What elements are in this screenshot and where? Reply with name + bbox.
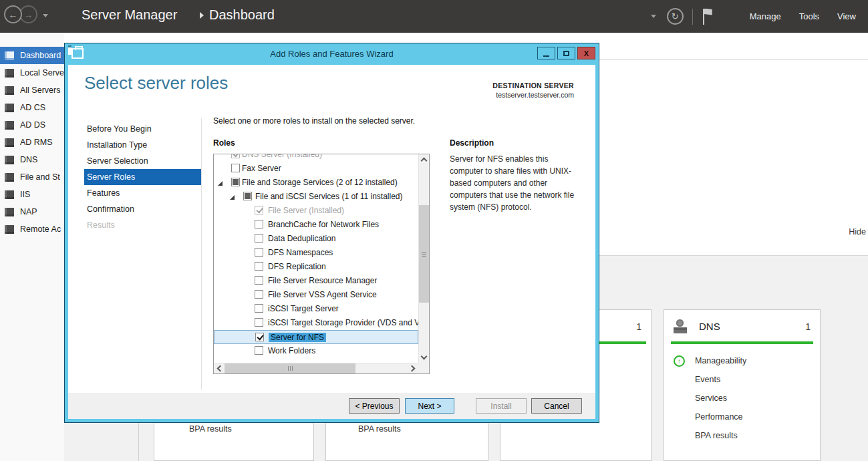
wizard-step-confirmation[interactable]: Confirmation	[84, 201, 202, 217]
role-checkbox[interactable]	[255, 234, 263, 243]
sidebar-item-icon	[5, 51, 14, 60]
breadcrumb-page[interactable]: Dashboard	[209, 7, 275, 23]
sidebar-item-remote-ac[interactable]: Remote Ac	[0, 220, 64, 238]
sidebar-item-label: DNS	[20, 155, 37, 164]
sidebar-item-dashboard[interactable]: Dashboard	[0, 47, 64, 64]
role-row-iscsi-target-server[interactable]: iSCSI Target Server	[214, 302, 418, 316]
role-row-file-and-iscsi-services-1-of-11-installe[interactable]: File and iSCSI Services (1 of 11 install…	[214, 190, 418, 204]
install-button[interactable]: Install	[476, 398, 527, 414]
role-row-file-server-installed-[interactable]: File Server (Installed)	[214, 204, 418, 218]
sidebar-item-nap[interactable]: NAP	[0, 203, 64, 220]
role-row-fax-server[interactable]: Fax Server	[214, 162, 418, 176]
sidebar-item-local-serve[interactable]: Local Serve	[0, 64, 64, 82]
sidebar-item-file-and-st[interactable]: File and St	[0, 168, 64, 186]
tree-expanded-icon[interactable]	[218, 181, 223, 186]
role-label: BranchCache for Network Files	[268, 220, 379, 229]
sidebar-item-label: AD RMS	[20, 138, 53, 147]
role-row-iscsi-target-storage-provider-vds-and-vs[interactable]: iSCSI Target Storage Provider (VDS and V…	[214, 316, 418, 330]
close-button[interactable]: X	[577, 47, 595, 59]
role-row-server-for-nfs[interactable]: Server for NFS	[214, 330, 418, 344]
role-checkbox[interactable]	[231, 154, 240, 158]
role-checkbox[interactable]	[255, 346, 263, 355]
tile-bpa-results-link[interactable]: BPA results	[189, 424, 232, 434]
role-checkbox[interactable]	[231, 164, 240, 172]
wizard-step-server-roles[interactable]: Server Roles	[84, 169, 202, 185]
role-label: File Server Resource Manager	[268, 276, 377, 285]
role-row-file-and-storage-services-2-of-12-instal[interactable]: File and Storage Services (2 of 12 insta…	[214, 176, 418, 190]
scroll-down-icon[interactable]	[419, 352, 430, 363]
tile-bpa-results-link[interactable]: BPA results	[358, 424, 401, 434]
role-row-file-server-vss-agent-service[interactable]: File Server VSS Agent Service	[214, 288, 418, 302]
role-row-dfs-replication[interactable]: DFS Replication	[214, 260, 418, 274]
role-row-branchcache-for-network-files[interactable]: BranchCache for Network Files	[214, 218, 418, 232]
dns-tile-item-bpa-results[interactable]: BPA results	[664, 426, 820, 445]
sidebar-item-all-servers[interactable]: All Servers	[0, 82, 64, 99]
dns-server-icon	[674, 319, 690, 334]
wizard-step-server-selection[interactable]: Server Selection	[84, 153, 202, 169]
dns-tile-title[interactable]: DNS	[699, 321, 720, 332]
destination-server-name: testserver.testserver.com	[492, 91, 574, 99]
next-button[interactable]: Next >	[405, 398, 454, 414]
refresh-icon[interactable]: ↻	[667, 8, 684, 25]
sidebar-item-ad-rms[interactable]: AD RMS	[0, 134, 64, 151]
role-row-work-folders[interactable]: Work Folders	[214, 344, 418, 358]
dropdown-caret-icon[interactable]	[651, 15, 656, 18]
previous-button[interactable]: < Previous	[349, 398, 400, 414]
nav-history-caret-icon[interactable]	[43, 14, 48, 17]
scroll-left-icon[interactable]	[214, 363, 225, 374]
role-checkbox[interactable]	[255, 318, 263, 327]
menu-view[interactable]: View	[837, 11, 856, 21]
role-checkbox[interactable]	[255, 206, 263, 214]
role-row-file-server-resource-manager[interactable]: File Server Resource Manager	[214, 274, 418, 288]
sidebar-item-ad-ds[interactable]: AD DS	[0, 116, 64, 134]
role-checkbox[interactable]	[255, 290, 263, 299]
role-checkbox[interactable]	[255, 220, 263, 228]
role-row-data-deduplication[interactable]: Data Deduplication	[214, 232, 418, 246]
wizard-step-installation-type[interactable]: Installation Type	[84, 137, 202, 153]
role-checkbox[interactable]	[255, 262, 263, 271]
wizard-step-results[interactable]: Results	[84, 217, 202, 233]
role-checkbox[interactable]	[231, 178, 240, 186]
role-checkbox[interactable]	[255, 333, 264, 341]
dns-tile-item-services[interactable]: Services	[664, 389, 820, 408]
wizard-step-features[interactable]: Features	[84, 185, 202, 201]
role-row-dfs-namespaces[interactable]: DFS Namespaces	[214, 246, 418, 260]
horizontal-scroll-thumb[interactable]	[225, 363, 355, 373]
sidebar-item-label: File and St	[20, 172, 60, 182]
sidebar-item-icon	[5, 86, 14, 95]
horizontal-scrollbar[interactable]	[214, 363, 418, 373]
back-icon[interactable]: ←	[4, 5, 22, 23]
vertical-scroll-thumb[interactable]	[419, 205, 429, 303]
menu-tools[interactable]: Tools	[799, 11, 819, 21]
dns-tile-item-events[interactable]: Events	[664, 370, 820, 389]
sidebar-item-icon	[5, 69, 14, 78]
role-row-dns-server-installed-[interactable]: DNS Server (Installed)	[214, 154, 418, 162]
role-checkbox[interactable]	[255, 304, 263, 313]
sidebar-item-label: AD CS	[20, 103, 45, 112]
vertical-scrollbar[interactable]	[418, 154, 429, 363]
breadcrumb-app[interactable]: Server Manager	[82, 7, 177, 23]
dns-tile-item-manageability[interactable]: ↑Manageability	[664, 351, 820, 370]
sidebar-item-dns[interactable]: DNS	[0, 151, 64, 168]
notifications-flag-icon[interactable]	[702, 9, 713, 25]
wizard-step-before-you-begin[interactable]: Before You Begin	[84, 121, 202, 137]
instruction-text: Select one or more roles to install on t…	[213, 116, 415, 126]
scroll-right-icon[interactable]	[408, 363, 418, 374]
cancel-button[interactable]: Cancel	[531, 398, 582, 414]
tree-expanded-icon[interactable]	[230, 195, 235, 200]
sidebar-item-icon	[5, 138, 14, 147]
dns-tile-item-performance[interactable]: Performance	[664, 408, 820, 426]
menu-manage[interactable]: Manage	[750, 11, 781, 21]
role-checkbox[interactable]	[255, 276, 263, 285]
forward-icon[interactable]: →	[19, 5, 37, 23]
role-checkbox[interactable]	[243, 192, 252, 200]
sidebar-item-ad-cs[interactable]: AD CS	[0, 99, 64, 116]
role-checkbox[interactable]	[255, 248, 263, 257]
menu-bar: ManageToolsView	[732, 11, 856, 21]
minimize-button[interactable]	[537, 47, 555, 59]
sidebar-item-iis[interactable]: IIS	[0, 186, 64, 203]
hide-link[interactable]: Hide	[849, 227, 866, 237]
maximize-button[interactable]	[557, 47, 575, 59]
wizard-titlebar[interactable]: Add Roles and Features Wizard X	[65, 43, 599, 65]
scroll-up-icon[interactable]	[419, 154, 430, 165]
